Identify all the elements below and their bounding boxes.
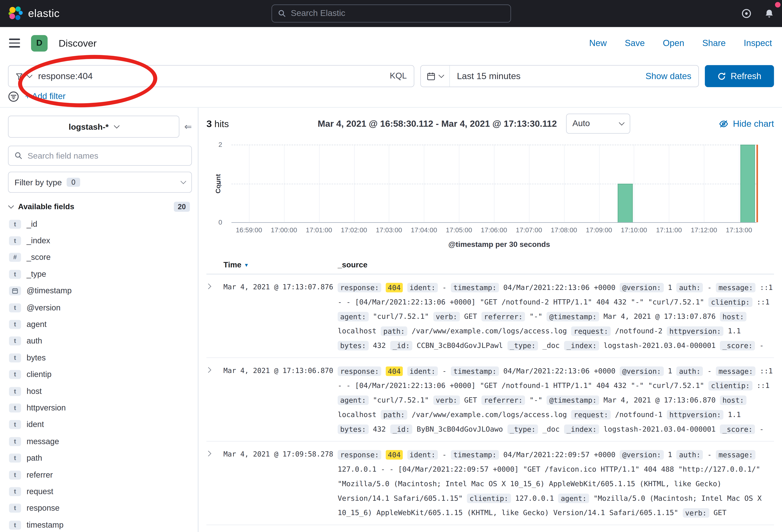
field-item-bytes[interactable]: tbytes: [8, 349, 192, 366]
doc-table-body: Mar 4, 2021 @ 17:13:07.876response: 404 …: [206, 274, 774, 525]
query-text[interactable]: response:404: [38, 71, 93, 81]
field-value: /notfound-1: [615, 411, 663, 418]
chart-plot: Count 012: [232, 145, 756, 223]
query-section: response:404 KQL Last 15 minutes Show da…: [0, 59, 782, 108]
field-name: _index: [27, 236, 50, 245]
expand-row-button[interactable]: [206, 448, 223, 455]
field-item-_index[interactable]: t_index: [8, 232, 192, 249]
table-row: Mar 4, 2021 @ 17:09:58.278response: 404 …: [206, 442, 774, 525]
field-item-_id[interactable]: t_id: [8, 216, 192, 232]
field-value: 432: [373, 425, 386, 433]
action-save[interactable]: Save: [625, 38, 645, 48]
y-tick-label: 1: [218, 180, 222, 187]
expand-row-button[interactable]: [206, 280, 223, 288]
field-item-response[interactable]: tresponse: [8, 500, 192, 517]
histogram-chart: Count 012 16:59:0017:00:0017:01:0017:02:…: [206, 145, 774, 248]
field-key: bytes:: [337, 424, 368, 434]
refresh-button[interactable]: Refresh: [705, 65, 774, 87]
field-item-httpversion[interactable]: thttpversion: [8, 400, 192, 416]
chevron-down-icon[interactable]: [27, 72, 32, 78]
index-pattern-label: logstash-*: [69, 122, 108, 131]
x-tick-label: 17:05:00: [446, 226, 472, 234]
x-tick-label: 17:01:00: [306, 226, 332, 234]
time-range-value[interactable]: Last 15 minutes: [457, 71, 521, 81]
y-tick-label: 2: [218, 141, 222, 148]
action-open[interactable]: Open: [663, 38, 684, 48]
field-name: @timestamp: [27, 287, 72, 296]
date-picker-quick-menu[interactable]: [421, 66, 450, 87]
elastic-logo[interactable]: elastic: [8, 6, 60, 21]
field-item-request[interactable]: trequest: [8, 483, 192, 500]
alerts-bell-icon[interactable]: [765, 9, 774, 18]
doc-timestamp: Mar 4, 2021 @ 17:13:07.876: [223, 280, 338, 291]
action-inspect[interactable]: Inspect: [744, 38, 772, 48]
number-type-icon: #: [9, 253, 21, 262]
column-time[interactable]: Time ▼: [223, 260, 338, 269]
collapse-sidebar-icon[interactable]: ⇐: [184, 121, 192, 132]
filter-count-badge: 0: [67, 178, 80, 187]
histogram-bar[interactable]: [618, 184, 633, 222]
text-type-icon: t: [9, 320, 21, 329]
field-value: "curl/7.52.1": [373, 312, 429, 320]
help-icon[interactable]: [742, 8, 751, 18]
field-item-_score[interactable]: #_score: [8, 249, 192, 266]
field-item-at-timestamp[interactable]: @timestamp: [8, 282, 192, 299]
field-value: ::1: [757, 298, 770, 306]
calendar-icon: [9, 287, 21, 296]
field-item-path[interactable]: tpath: [8, 450, 192, 466]
field-value: -: [759, 342, 764, 349]
saved-query-icon[interactable]: [15, 72, 23, 80]
text-type-icon: t: [9, 337, 21, 345]
action-new[interactable]: New: [589, 38, 607, 48]
field-item-at-version[interactable]: t@version: [8, 299, 192, 316]
field-item-_type[interactable]: t_type: [8, 266, 192, 283]
action-share[interactable]: Share: [702, 38, 725, 48]
field-search-input[interactable]: Search field names: [8, 146, 192, 166]
filter-icon[interactable]: [8, 91, 19, 102]
app-nav-bar: D Discover NewSaveOpenShareInspect: [0, 27, 782, 59]
field-name: response: [27, 504, 60, 513]
query-language-button[interactable]: KQL: [390, 71, 407, 81]
x-axis-labels: 16:59:0017:00:0017:01:0017:02:0017:03:00…: [232, 223, 756, 234]
interval-select[interactable]: Auto: [566, 114, 630, 134]
field-value: "-": [530, 396, 542, 404]
show-dates-button[interactable]: Show dates: [645, 71, 698, 81]
field-item-message[interactable]: tmessage: [8, 433, 192, 450]
field-key: verb:: [433, 312, 460, 321]
field-value: GET: [713, 509, 726, 517]
field-name: timestamp: [27, 521, 63, 529]
filter-by-type-select[interactable]: Filter by type 0: [8, 172, 192, 193]
documents-table: Time ▼ _source Mar 4, 2021 @ 17:13:07.87…: [206, 255, 774, 525]
space-avatar[interactable]: D: [31, 35, 48, 51]
header-icons: [742, 8, 774, 18]
field-item-host[interactable]: thost: [8, 383, 192, 400]
field-value: 04/Mar/2021:22:09:57 +0000: [503, 451, 615, 458]
field-item-referrer[interactable]: treferrer: [8, 466, 192, 483]
field-item-clientip[interactable]: tclientip: [8, 366, 192, 383]
field-name: @version: [27, 303, 61, 312]
chevron-down-icon: [438, 72, 444, 78]
field-value: -: [442, 283, 447, 291]
text-type-icon: t: [9, 270, 21, 279]
hide-chart-button[interactable]: Hide chart: [719, 118, 774, 129]
menu-hamburger-icon[interactable]: [9, 39, 20, 48]
field-item-ident[interactable]: tident: [8, 416, 192, 433]
available-fields-header[interactable]: Available fields 20: [8, 202, 192, 212]
query-input[interactable]: response:404 KQL: [8, 65, 414, 87]
text-type-icon: t: [9, 470, 21, 480]
expand-row-button[interactable]: [206, 364, 223, 372]
filter-by-type-label: Filter by type: [14, 178, 62, 187]
field-key: timestamp:: [451, 366, 499, 376]
field-key: httpversion:: [667, 326, 723, 336]
field-key: auth:: [677, 450, 703, 459]
field-item-agent[interactable]: tagent: [8, 316, 192, 333]
field-key: _id:: [390, 341, 412, 350]
field-item-auth[interactable]: tauth: [8, 333, 192, 349]
global-search-input[interactable]: Search Elastic: [271, 5, 511, 23]
table-header: Time ▼ _source: [206, 255, 774, 274]
field-item-timestamp[interactable]: ttimestamp: [8, 517, 192, 532]
add-filter-button[interactable]: + Add filter: [25, 92, 66, 102]
field-name: auth: [27, 337, 42, 345]
histogram-bar[interactable]: [740, 145, 755, 222]
index-pattern-select[interactable]: logstash-*: [8, 116, 179, 138]
